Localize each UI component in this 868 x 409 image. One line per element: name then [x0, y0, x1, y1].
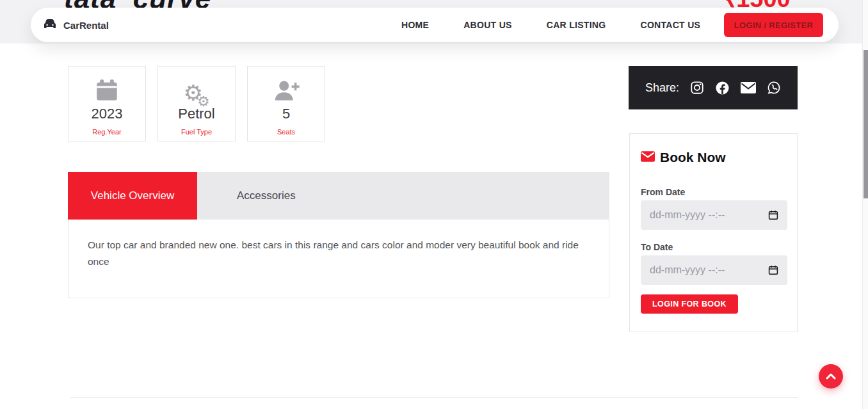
- brand-logo[interactable]: CarRental: [42, 8, 109, 42]
- login-register-button[interactable]: LOGIN / REGISTER: [724, 13, 823, 37]
- spec-label: Reg.Year: [92, 128, 121, 136]
- email-icon[interactable]: [741, 82, 756, 93]
- instagram-icon[interactable]: [690, 81, 704, 95]
- detail-tabs: Vehicle Overview Accessories: [68, 172, 609, 220]
- from-date-label: From Date: [641, 187, 685, 197]
- whatsapp-icon[interactable]: [767, 81, 781, 95]
- book-now-title: Book Now: [641, 150, 726, 165]
- to-date-placeholder: dd-mm-yyyy --:--: [650, 264, 725, 276]
- from-date-placeholder: dd-mm-yyyy --:--: [650, 209, 725, 221]
- nav-item-home[interactable]: HOME: [401, 20, 429, 30]
- spec-card-reg-year: 2023 Reg.Year: [68, 66, 146, 141]
- brand-name: CarRental: [63, 20, 109, 31]
- book-now-panel: Book Now From Date dd-mm-yyyy --:-- To D…: [629, 133, 798, 332]
- spec-card-seats: 5 Seats: [247, 66, 325, 141]
- facebook-icon[interactable]: [715, 81, 730, 95]
- calendar-icon: [93, 73, 120, 104]
- spec-card-fuel-type: ⚙⚙ Petrol Fuel Type: [157, 66, 236, 141]
- share-label: Share:: [645, 81, 679, 95]
- envelope-icon: [641, 150, 655, 165]
- nav-item-about-us[interactable]: ABOUT US: [463, 20, 512, 30]
- spec-value: 2023: [92, 106, 123, 122]
- car-detail-page: tata_curve ₹1500 CarRental HOME ABOUT US…: [0, 0, 868, 409]
- nav-menu: HOME ABOUT US CAR LISTING CONTACT US: [401, 8, 700, 42]
- share-bar: Share:: [629, 66, 798, 109]
- from-date-input[interactable]: dd-mm-yyyy --:--: [641, 200, 787, 230]
- car-icon: [42, 18, 58, 33]
- navbar: CarRental HOME ABOUT US CAR LISTING CONT…: [31, 8, 839, 42]
- vehicle-overview-panel: Our top car and branded new one. best ca…: [68, 220, 609, 298]
- to-date-input[interactable]: dd-mm-yyyy --:--: [641, 255, 787, 285]
- gears-icon: ⚙⚙: [183, 73, 209, 104]
- scrollbar-thumb[interactable]: [864, 50, 868, 198]
- spec-label: Fuel Type: [181, 128, 212, 136]
- scroll-to-top-button[interactable]: [819, 364, 843, 389]
- nav-item-car-listing[interactable]: CAR LISTING: [547, 20, 606, 30]
- tab-accessories[interactable]: Accessories: [220, 172, 312, 220]
- chevron-up-icon: [826, 372, 836, 381]
- calendar-picker-icon[interactable]: [768, 265, 778, 275]
- section-divider: [70, 397, 798, 397]
- scrollbar[interactable]: [862, 0, 868, 409]
- spec-label: Seats: [277, 128, 295, 136]
- overview-text: Our top car and branded new one. best ca…: [88, 237, 590, 270]
- tab-vehicle-overview[interactable]: Vehicle Overview: [68, 172, 197, 220]
- person-plus-icon: [271, 73, 301, 104]
- spec-value: 5: [282, 106, 290, 122]
- calendar-picker-icon[interactable]: [768, 210, 778, 220]
- to-date-label: To Date: [641, 242, 673, 252]
- nav-item-contact-us[interactable]: CONTACT US: [640, 20, 700, 30]
- login-for-book-button[interactable]: LOGIN FOR BOOK: [641, 294, 738, 314]
